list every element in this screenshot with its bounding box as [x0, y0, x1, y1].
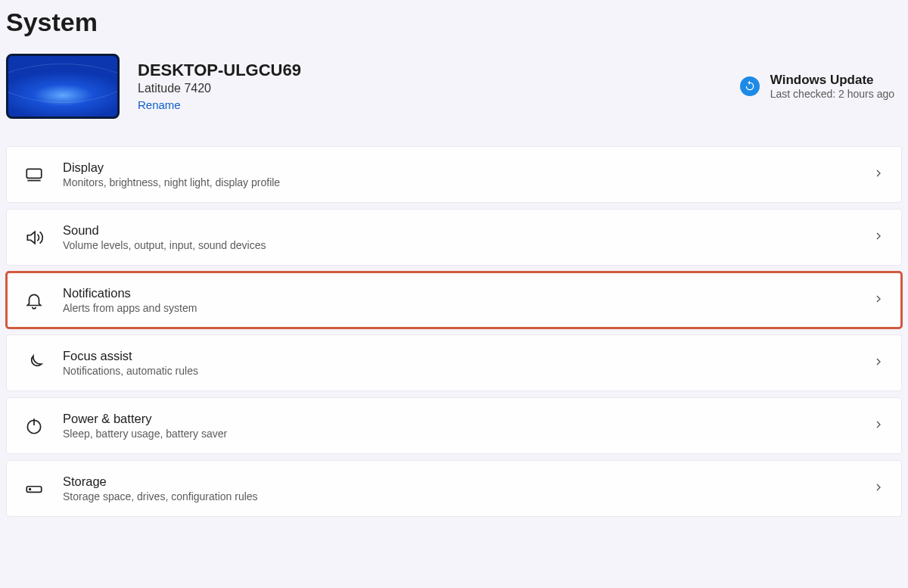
- storage-icon: [23, 478, 45, 499]
- bell-icon: [23, 290, 45, 311]
- setting-row-display[interactable]: Display Monitors, brightness, night ligh…: [6, 146, 902, 203]
- update-sync-icon: [740, 76, 760, 96]
- setting-title: Notifications: [63, 286, 854, 300]
- setting-subtitle: Monitors, brightness, night light, displ…: [63, 176, 854, 188]
- windows-update-title: Windows Update: [770, 73, 894, 88]
- device-header: DESKTOP-ULGCU69 Latitude 7420 Rename Win…: [0, 51, 908, 146]
- chevron-right-icon: [872, 167, 885, 182]
- moon-icon: [23, 353, 45, 374]
- chevron-right-icon: [872, 418, 885, 434]
- setting-title: Power & battery: [63, 412, 854, 426]
- device-wallpaper-thumbnail[interactable]: [6, 54, 120, 119]
- setting-row-focus-assist[interactable]: Focus assist Notifications, automatic ru…: [6, 334, 902, 391]
- rename-link[interactable]: Rename: [138, 98, 181, 111]
- setting-row-storage[interactable]: Storage Storage space, drives, configura…: [6, 460, 902, 517]
- svg-rect-0: [26, 169, 42, 178]
- setting-row-notifications[interactable]: Notifications Alerts from apps and syste…: [6, 272, 902, 328]
- sound-icon: [23, 227, 45, 248]
- setting-title: Display: [63, 160, 854, 175]
- setting-row-sound[interactable]: Sound Volume levels, output, input, soun…: [6, 209, 902, 266]
- power-icon: [23, 415, 45, 437]
- chevron-right-icon: [872, 356, 885, 371]
- chevron-right-icon: [872, 481, 885, 496]
- svg-point-5: [30, 488, 31, 490]
- setting-subtitle: Volume levels, output, input, sound devi…: [63, 239, 854, 251]
- setting-subtitle: Alerts from apps and system: [63, 302, 854, 314]
- page-title: System: [0, 0, 908, 51]
- setting-subtitle: Notifications, automatic rules: [63, 365, 854, 377]
- monitor-icon: [23, 164, 45, 185]
- setting-subtitle: Storage space, drives, configuration rul…: [63, 490, 854, 502]
- chevron-right-icon: [872, 293, 885, 308]
- setting-title: Sound: [63, 223, 854, 238]
- system-settings-list: Display Monitors, brightness, night ligh…: [0, 146, 908, 517]
- chevron-right-icon: [872, 230, 885, 245]
- setting-title: Storage: [63, 474, 854, 489]
- setting-row-power-battery[interactable]: Power & battery Sleep, battery usage, ba…: [6, 397, 902, 454]
- device-name: DESKTOP-ULGCU69: [138, 61, 722, 80]
- setting-title: Focus assist: [63, 349, 854, 363]
- windows-update-subtitle: Last checked: 2 hours ago: [770, 88, 894, 100]
- device-info: DESKTOP-ULGCU69 Latitude 7420 Rename: [138, 61, 722, 112]
- setting-subtitle: Sleep, battery usage, battery saver: [63, 428, 854, 440]
- windows-update-block[interactable]: Windows Update Last checked: 2 hours ago: [740, 73, 894, 100]
- device-model: Latitude 7420: [138, 82, 722, 95]
